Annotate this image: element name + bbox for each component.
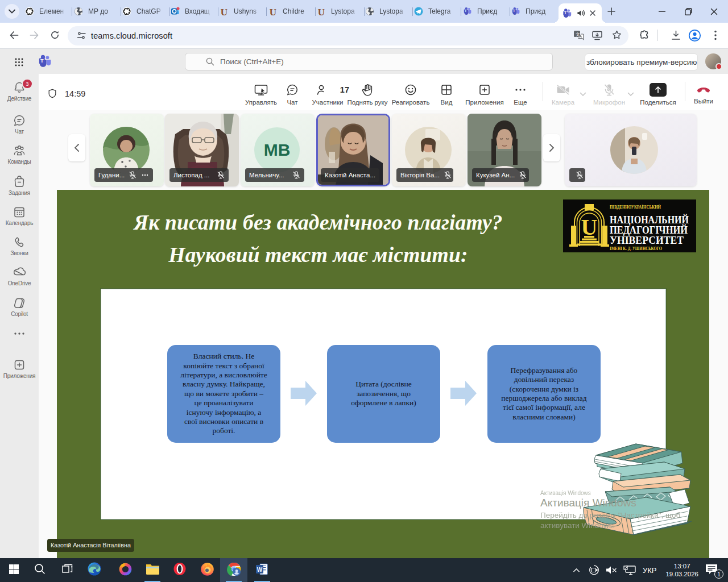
svg-text:T: T <box>465 9 467 13</box>
svg-text:ПІВДЕННОУКРАЇНСЬКИЙ: ПІВДЕННОУКРАЇНСЬКИЙ <box>610 205 661 210</box>
svg-text:U: U <box>221 7 228 16</box>
svg-text:НАЦІОНАЛЬНИЙ: НАЦІОНАЛЬНИЙ <box>610 214 689 226</box>
svg-text:T: T <box>513 9 515 13</box>
svg-text:W: W <box>257 566 263 572</box>
svg-text:U: U <box>270 7 276 16</box>
svg-text:U: U <box>318 7 325 16</box>
svg-text:T: T <box>40 58 44 64</box>
svg-text:УНІВЕРСИТЕТ: УНІВЕРСИТЕТ <box>610 235 684 246</box>
svg-text:ІМЕНІ К. Д. УШИНСЬКОГО: ІМЕНІ К. Д. УШИНСЬКОГО <box>610 246 662 251</box>
svg-text:ПЕДАГОГІЧНИЙ: ПЕДАГОГІЧНИЙ <box>610 224 688 236</box>
